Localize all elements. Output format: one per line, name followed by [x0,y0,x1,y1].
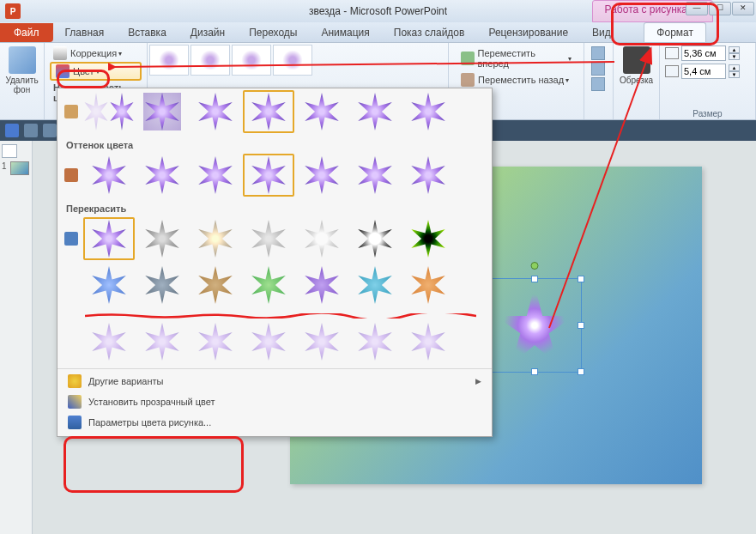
recolor-swatch[interactable] [296,320,348,363]
chevron-right-icon: ▶ [475,377,481,385]
crop-icon [623,46,650,74]
recolor-swatch[interactable] [402,217,454,260]
color-button[interactable]: Цвет▾ [50,62,142,81]
params-icon [68,416,82,429]
tone-swatch[interactable] [349,154,401,197]
picture-color-params-item[interactable]: Параметры цвета рисунка... [57,412,492,433]
tab-animations[interactable]: Анимация [309,23,381,42]
saturation-swatch[interactable] [190,90,241,133]
more-variants-icon [68,374,82,388]
undo-icon[interactable] [24,124,38,137]
tab-format[interactable]: Формат [644,22,706,42]
style-item[interactable] [273,45,312,76]
rotate-button[interactable] [591,77,605,91]
recolor-swatch[interactable] [243,217,294,260]
recolor-swatch[interactable] [136,264,188,306]
recolor-swatch[interactable] [136,320,188,363]
saturation-swatch[interactable] [296,90,348,133]
height-down[interactable]: ▼ [729,53,740,60]
recolor-swatch[interactable] [243,264,294,306]
recolor-swatch[interactable] [402,264,454,306]
picture-styles-gallery[interactable] [148,43,328,77]
width-icon [665,65,679,77]
width-up[interactable]: ▲ [729,64,740,71]
tab-home[interactable]: Главная [53,23,117,42]
redo-icon[interactable] [43,124,57,137]
corrections-icon [53,46,67,60]
saturation-icon [64,105,78,118]
recolor-swatch[interactable] [190,264,241,306]
title-bar: P звезда - Microsoft PowerPoint Работа с… [0,0,756,22]
width-field[interactable] [681,64,726,79]
window-title: звезда - Microsoft PowerPoint [309,5,447,17]
tab-review[interactable]: Рецензирование [476,23,580,42]
send-backward-button[interactable]: Переместить назад▾ [457,71,575,88]
tone-swatch[interactable] [296,154,348,197]
tab-slideshow[interactable]: Показ слайдов [382,23,477,42]
recolor-swatch[interactable] [349,217,401,260]
saturation-swatch-selected[interactable] [243,90,294,133]
rotate-handle[interactable] [531,262,539,270]
saturation-swatch[interactable] [402,90,454,133]
slide-thumbnail[interactable]: 1 [2,161,30,175]
style-item[interactable] [232,45,271,76]
recolor-swatch[interactable] [243,320,294,363]
resize-handle-se[interactable] [578,368,584,375]
tone-icon [64,168,78,182]
saturation-swatch[interactable] [349,90,401,133]
style-item[interactable] [191,45,230,76]
tone-swatch[interactable] [136,154,188,197]
tone-swatch[interactable] [190,154,241,197]
group-button[interactable] [591,62,605,76]
resize-handle-ne[interactable] [578,276,584,282]
selected-picture[interactable] [487,278,582,373]
height-up[interactable]: ▲ [729,46,740,53]
minimize-button[interactable]: — [686,2,708,15]
align-button[interactable] [591,46,605,60]
tab-view[interactable]: Вид [580,23,623,42]
recolor-swatch[interactable] [402,320,454,363]
resize-handle-e[interactable] [578,322,584,329]
close-button[interactable]: ✕ [732,2,754,15]
remove-background-icon [9,46,36,74]
send-backward-icon [461,73,475,87]
recolor-swatch[interactable] [190,217,241,260]
tab-design[interactable]: Дизайн [178,23,237,42]
tone-swatch[interactable] [83,154,135,197]
resize-handle-n[interactable] [531,276,538,282]
recolor-swatch[interactable] [83,264,135,306]
crop-button[interactable]: Обрезка [619,45,654,87]
recolor-swatch[interactable] [349,264,401,306]
saturation-swatch[interactable]: .s1::before{background:radial-gradient(c… [83,90,135,133]
recolor-swatch-selected[interactable] [83,217,135,260]
maximize-button[interactable]: ☐ [709,2,731,15]
slides-tab-icon[interactable] [2,144,17,158]
recolor-swatch[interactable] [83,320,135,363]
more-variants-item[interactable]: Другие варианты ▶ [57,371,492,391]
style-item[interactable] [149,45,189,76]
recolor-swatch[interactable] [349,320,401,363]
tone-swatch[interactable] [402,154,454,197]
color-dropdown-popup: .s1::before{background:radial-gradient(c… [57,88,493,437]
color-icon [56,64,70,78]
save-icon[interactable] [5,124,19,137]
tab-file[interactable]: Файл [0,23,53,42]
corrections-button[interactable]: Коррекция▾ [50,45,142,62]
recolor-swatch[interactable] [190,320,241,363]
recolor-swatch[interactable] [296,264,348,306]
recolor-swatch[interactable] [136,217,188,260]
recolor-section-title: Перекрасить [57,198,492,215]
set-transparent-item[interactable]: Установить прозрачный цвет [57,391,492,412]
width-down[interactable]: ▼ [729,71,740,78]
height-field[interactable] [681,46,726,61]
bring-forward-icon [461,52,475,65]
tone-swatch-selected[interactable] [243,154,294,197]
slide-thumbnails-pane[interactable]: 1 [0,141,33,534]
remove-background-button[interactable]: Удалить фон [5,45,39,96]
resize-handle-s[interactable] [531,368,538,375]
tab-insert[interactable]: Вставка [116,23,178,42]
bring-forward-button[interactable]: Переместить вперед▾ [457,46,575,70]
tab-transitions[interactable]: Переходы [237,23,309,42]
saturation-swatch[interactable] [136,90,188,133]
recolor-swatch[interactable] [296,217,348,260]
